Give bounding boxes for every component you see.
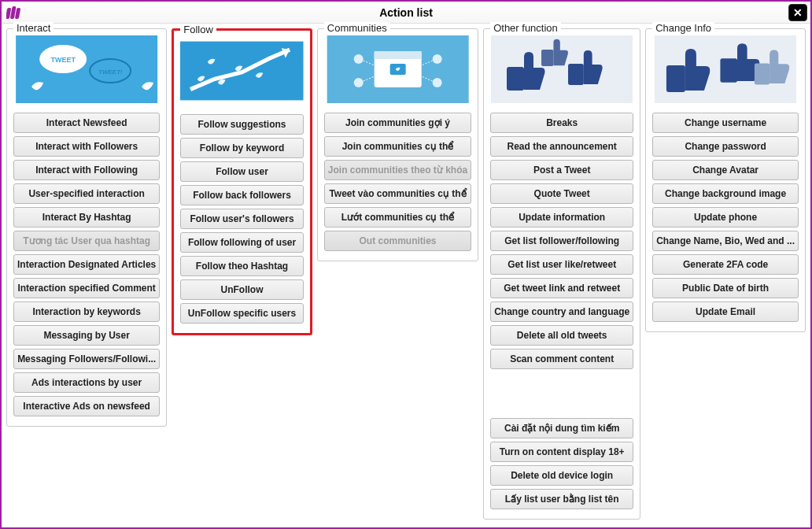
- follow-button-6[interactable]: Follow theo Hashtag: [180, 256, 304, 276]
- interact-button-2[interactable]: Interact with Following: [13, 160, 160, 180]
- communities-button-2: Join communities theo từ khóa: [324, 160, 471, 180]
- change-button-0[interactable]: Change username: [652, 113, 799, 133]
- other-button-1[interactable]: Read the announcement: [490, 136, 633, 157]
- group-title-change: Change Info: [652, 22, 714, 34]
- follow-buttons: Follow suggestionsFollow by keywordFollo…: [180, 114, 304, 324]
- communities-button-5: Out communities: [324, 231, 471, 251]
- interact-button-5: Tương tác User qua hashtag: [13, 231, 160, 251]
- other-button-b-1[interactable]: Turn on content display 18+: [490, 442, 633, 462]
- group-communities: Communities Join communities gợi ýJoin c…: [317, 28, 478, 261]
- group-title-follow: Follow: [180, 24, 216, 35]
- other-button-4[interactable]: Update information: [490, 207, 633, 228]
- svg-rect-28: [721, 58, 738, 83]
- svg-text:TWEET: TWEET: [50, 56, 76, 64]
- communities-button-1[interactable]: Join communities cụ thể: [324, 136, 471, 157]
- interact-button-8[interactable]: Interaction by keywords: [13, 301, 160, 322]
- other-button-7[interactable]: Get tweet link and retweet: [490, 278, 633, 298]
- interact-button-6[interactable]: Interaction Designated Articles: [13, 254, 160, 275]
- svg-point-14: [353, 54, 363, 64]
- svg-text:TWEET!: TWEET!: [98, 68, 123, 76]
- group-title-other: Other function: [490, 22, 561, 34]
- change-button-4[interactable]: Update phone: [652, 207, 799, 228]
- other-button-b-3[interactable]: Lấy list user bằng list tên: [490, 489, 633, 509]
- interact-button-4[interactable]: Interact By Hashtag: [13, 207, 160, 228]
- svg-rect-29: [755, 63, 770, 84]
- communities-button-3[interactable]: Tweet vào communities cụ thể: [324, 183, 471, 204]
- group-title-communities: Communities: [324, 22, 390, 34]
- group-interact: Interact TWEET TWEET! Interact NewsfeedI…: [6, 28, 167, 427]
- change-thumbnail: [652, 35, 799, 103]
- interact-thumbnail: TWEET TWEET!: [13, 35, 160, 103]
- follow-button-3[interactable]: Follow back followers: [180, 185, 304, 205]
- svg-rect-24: [568, 64, 584, 85]
- interact-button-10[interactable]: Messaging Followers/Followi...: [13, 349, 160, 369]
- interact-buttons: Interact NewsfeedInteract with Followers…: [13, 113, 160, 416]
- group-title-interact: Interact: [13, 22, 54, 34]
- other-button-3[interactable]: Quote Tweet: [490, 183, 633, 204]
- change-button-6[interactable]: Generate 2FA code: [652, 254, 799, 275]
- communities-button-0[interactable]: Join communities gợi ý: [324, 113, 471, 133]
- close-button[interactable]: ✕: [788, 4, 807, 21]
- svg-point-17: [432, 78, 441, 87]
- svg-rect-12: [374, 51, 421, 59]
- other-button-9[interactable]: Delete all old tweets: [490, 325, 633, 346]
- other-button-2[interactable]: Post a Tweet: [490, 160, 633, 180]
- change-buttons: Change usernameChange passwordChange Ava…: [652, 113, 799, 322]
- svg-rect-2: [15, 8, 20, 19]
- follow-button-2[interactable]: Follow user: [180, 161, 304, 182]
- group-other: Other function BreaksRead the announceme…: [483, 28, 640, 520]
- content-area: Interact TWEET TWEET! Interact NewsfeedI…: [2, 24, 810, 527]
- svg-rect-23: [507, 67, 524, 91]
- change-button-7[interactable]: Public Date of birth: [652, 278, 799, 298]
- follow-button-5[interactable]: Follow following of user: [180, 232, 304, 253]
- follow-button-4[interactable]: Follow user's followers: [180, 209, 304, 229]
- interact-button-3[interactable]: User-specified interaction: [13, 183, 160, 204]
- other-button-5[interactable]: Get list follower/following: [490, 231, 633, 251]
- follow-thumbnail: [180, 37, 304, 105]
- communities-thumbnail: [324, 35, 471, 103]
- window-title: Action list: [379, 6, 433, 19]
- interact-button-11[interactable]: Ads interactions by user: [13, 372, 160, 393]
- follow-button-8[interactable]: UnFollow specific users: [180, 303, 304, 324]
- communities-button-4[interactable]: Lướt communities cụ thể: [324, 207, 471, 228]
- other-buttons-bottom: Cài đặt nội dung tìm kiếmTurn on content…: [490, 418, 633, 509]
- communities-buttons: Join communities gợi ýJoin communities c…: [324, 113, 471, 251]
- interact-button-1[interactable]: Interact with Followers: [13, 136, 160, 157]
- svg-point-16: [353, 78, 363, 87]
- group-change: Change Info Change usernameChange passwo…: [645, 28, 806, 332]
- interact-button-12[interactable]: Interactive Ads on newsfeed: [13, 396, 160, 416]
- close-icon: ✕: [793, 6, 803, 19]
- other-button-b-2[interactable]: Delete old device login: [490, 465, 633, 486]
- svg-rect-3: [16, 35, 157, 103]
- follow-button-0[interactable]: Follow suggestions: [180, 114, 304, 135]
- change-button-5[interactable]: Change Name, Bio, Wed and ...: [652, 231, 799, 251]
- other-button-10[interactable]: Scan comment content: [490, 349, 633, 369]
- action-list-window: Action list ✕ Interact TWEET TWEET! Inte…: [0, 0, 812, 529]
- svg-point-15: [432, 54, 441, 64]
- svg-rect-27: [666, 65, 685, 92]
- other-thumbnail: [490, 35, 633, 103]
- interact-button-9[interactable]: Messaging by User: [13, 325, 160, 346]
- change-button-2[interactable]: Change Avatar: [652, 160, 799, 180]
- interact-button-0[interactable]: Interact Newsfeed: [13, 113, 160, 133]
- other-button-6[interactable]: Get list user like/retweet: [490, 254, 633, 275]
- svg-rect-25: [541, 50, 553, 66]
- titlebar: Action list ✕: [2, 2, 810, 24]
- change-button-3[interactable]: Change background image: [652, 183, 799, 204]
- change-button-8[interactable]: Update Email: [652, 301, 799, 322]
- change-button-1[interactable]: Change password: [652, 136, 799, 157]
- other-button-8[interactable]: Change country and language: [490, 301, 633, 322]
- app-logo-icon: [6, 5, 22, 20]
- other-button-b-0[interactable]: Cài đặt nội dung tìm kiếm: [490, 418, 633, 438]
- other-button-0[interactable]: Breaks: [490, 113, 633, 133]
- other-buttons-top: BreaksRead the announcementPost a TweetQ…: [490, 113, 633, 369]
- follow-button-1[interactable]: Follow by keyword: [180, 138, 304, 158]
- interact-button-7[interactable]: Interaction specified Comment: [13, 278, 160, 298]
- group-follow: Follow Follow suggestionsFollow by keywo…: [172, 28, 312, 335]
- follow-button-7[interactable]: UnFollow: [180, 279, 304, 300]
- other-gap: [490, 372, 633, 418]
